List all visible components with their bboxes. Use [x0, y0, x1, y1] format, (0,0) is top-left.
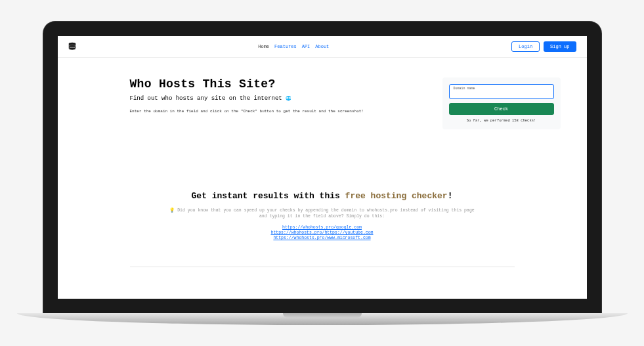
laptop-screen: Home Features API About Login Sign up Wh… [58, 36, 587, 299]
page-title: Who Hosts This Site? [130, 77, 429, 91]
login-button[interactable]: Login [511, 41, 540, 52]
navbar: Home Features API About Login Sign up [58, 36, 587, 58]
nav-auth-buttons: Login Sign up [511, 41, 576, 52]
domain-input[interactable] [454, 91, 549, 97]
signup-button[interactable]: Sign up [544, 41, 576, 52]
hero-text: Who Hosts This Site? Find out who hosts … [130, 77, 429, 115]
checks-count: So far, we performed 158 checks! [449, 118, 554, 123]
info-tip: 💡 Did you know that you can speed up you… [150, 207, 495, 221]
nav-features[interactable]: Features [274, 44, 297, 49]
info-section: Get instant results with this free hosti… [130, 182, 515, 254]
example-links: https://whohosts.pro/google.com https://… [150, 225, 495, 240]
nav-home[interactable]: Home [258, 44, 269, 49]
example-link-1[interactable]: https://whohosts.pro/google.com [150, 225, 495, 230]
page-content: Home Features API About Login Sign up Wh… [58, 36, 587, 299]
laptop-frame: Home Features API About Login Sign up Wh… [43, 22, 601, 325]
nav-links: Home Features API About [258, 44, 329, 49]
laptop-base [17, 313, 628, 325]
hero-section: Who Hosts This Site? Find out who hosts … [58, 58, 587, 142]
logo-database-icon[interactable] [68, 42, 76, 51]
example-link-2[interactable]: https://whohosts.pro/https://youtube.com [150, 230, 495, 235]
example-link-3[interactable]: https://whohosts.pro/www.microsoft.com [150, 236, 495, 240]
globe-icon: 🌐 [286, 96, 291, 102]
laptop-notch [283, 313, 362, 318]
nav-api[interactable]: API [302, 44, 311, 49]
hero-description: Enter the domain in the field and click … [130, 109, 429, 114]
nav-about[interactable]: About [315, 44, 329, 49]
info-title-highlight: free hosting checker [345, 191, 448, 201]
check-card: Domain name Check So far, we performed 1… [442, 77, 561, 129]
domain-input-group[interactable]: Domain name [449, 84, 554, 99]
section-divider [130, 267, 515, 267]
check-button[interactable]: Check [449, 103, 554, 115]
laptop-screen-bezel: Home Features API About Login Sign up Wh… [43, 22, 601, 313]
info-title: Get instant results with this free hosti… [150, 191, 495, 201]
hero-subtitle: Find out who hosts any site on the inter… [130, 95, 429, 103]
